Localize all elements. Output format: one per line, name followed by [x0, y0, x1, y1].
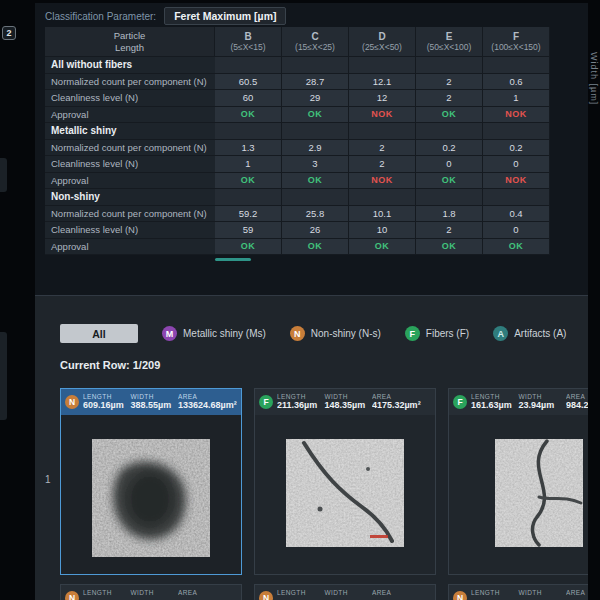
filter-label: Artifacts (A) — [514, 328, 566, 339]
stat-length: LENGTH211.36µm — [277, 393, 320, 411]
stat-area: AREA4175.32µm² — [372, 393, 431, 411]
artifacts-icon: A — [493, 326, 508, 341]
stat-area: AREA984.2µm² — [566, 393, 588, 411]
empty-cell — [416, 57, 483, 74]
table-value: 28.7 — [282, 74, 349, 91]
stat-length: LENGTH — [277, 589, 320, 600]
filter-label: Fibers (F) — [426, 328, 469, 339]
table-value: 29 — [282, 90, 349, 107]
table-value: 12 — [349, 90, 416, 107]
row-label: Normalized count per component (N) — [45, 74, 215, 91]
particle-type-icon: F — [259, 395, 273, 409]
approval-cell: NOK — [483, 173, 550, 190]
filter-fibers[interactable]: F Fibers (F) — [405, 326, 469, 341]
approval-cell: OK — [282, 173, 349, 190]
approval-cell: NOK — [349, 107, 416, 124]
approval-cell: NOK — [483, 107, 550, 124]
approval-cell: OK — [349, 239, 416, 256]
particle-card-row-partial: N LENGTH WIDTH AREA N LENGTH WIDTH AREA … — [60, 584, 588, 600]
gallery-row-number: 1 — [45, 474, 51, 485]
group-header-all-without-fibers: All without fibers — [45, 57, 215, 74]
empty-cell — [282, 189, 349, 206]
approval-cell: OK — [483, 239, 550, 256]
left-sidebar: 2 — [0, 0, 35, 600]
approval-cell: OK — [215, 239, 282, 256]
particle-card[interactable]: N LENGTH WIDTH AREA — [60, 584, 242, 600]
column-header-e: E(50≤X<100) — [416, 27, 483, 57]
table-value: 59.2 — [215, 206, 282, 223]
table-value: 0.6 — [483, 74, 550, 91]
particle-card-header: N LENGTH WIDTH AREA — [61, 585, 241, 600]
fibers-icon: F — [405, 326, 420, 341]
empty-cell — [349, 57, 416, 74]
row-label: Normalized count per component (N) — [45, 140, 215, 157]
empty-cell — [483, 57, 550, 74]
stat-width: WIDTH — [130, 589, 173, 600]
column-header-f: F(100≤X<150) — [483, 27, 550, 57]
column-header-b: B(5≤X<15) — [215, 27, 282, 57]
table-value: 2 — [349, 156, 416, 173]
table-horizontal-scrollbar[interactable] — [215, 258, 251, 261]
table-corner-header: Particle Length — [45, 27, 215, 57]
stat-width: WIDTH388.55µm — [130, 393, 173, 411]
particle-card[interactable]: N LENGTH609.16µm WIDTH388.55µm AREA13362… — [60, 388, 242, 575]
table-value: 12.1 — [349, 74, 416, 91]
filter-all[interactable]: All — [60, 324, 138, 343]
empty-cell — [416, 189, 483, 206]
table-value: 1 — [215, 156, 282, 173]
table-value: 2 — [349, 140, 416, 157]
column-header-d: D(25≤X<50) — [349, 27, 416, 57]
particle-card-row: N LENGTH609.16µm WIDTH388.55µm AREA13362… — [60, 388, 588, 575]
empty-cell — [416, 123, 483, 140]
particle-type-icon: F — [453, 395, 467, 409]
stat-width: WIDTH23.94µm — [518, 393, 561, 411]
table-value: 0 — [483, 156, 550, 173]
approval-cell: OK — [215, 173, 282, 190]
stat-length: LENGTH161.63µm — [471, 393, 514, 411]
stat-area: AREA — [372, 589, 431, 600]
table-value: 59 — [215, 222, 282, 239]
particle-card[interactable]: N LENGTH WIDTH AREA — [254, 584, 436, 600]
table-value: 2 — [416, 74, 483, 91]
row-label: Cleanliness level (N) — [45, 222, 215, 239]
sidebar-count-badge[interactable]: 2 — [2, 26, 16, 40]
particle-type-icon: N — [65, 395, 79, 409]
particle-gallery-panel: All M Metallic shiny (Ms) N Non-shiny (N… — [35, 295, 588, 600]
table-value: 10 — [349, 222, 416, 239]
row-label: Approval — [45, 107, 215, 124]
stat-width: WIDTH148.35µm — [324, 393, 367, 411]
table-value: 1.8 — [416, 206, 483, 223]
stat-area: AREA133624.68µm² — [178, 393, 237, 411]
empty-cell — [349, 189, 416, 206]
group-header-non-shiny: Non-shiny — [45, 189, 215, 206]
table-value: 0.2 — [416, 140, 483, 157]
particle-card[interactable]: N LENGTH WIDTH AREA — [448, 584, 588, 600]
empty-cell — [282, 57, 349, 74]
collapsed-panel-handle[interactable] — [0, 332, 7, 420]
table-value: 25.8 — [282, 206, 349, 223]
stat-area: AREA — [178, 589, 237, 600]
scale-annotation — [370, 535, 388, 538]
filter-artifacts[interactable]: A Artifacts (A) — [493, 326, 566, 341]
particle-image — [255, 415, 435, 547]
filter-non-shiny[interactable]: N Non-shiny (N-s) — [290, 326, 381, 341]
vertical-axis-label: Width [µm] — [589, 52, 599, 105]
filter-label: Metallic shiny (Ms) — [183, 328, 266, 339]
particle-card-header: N LENGTH WIDTH AREA — [449, 585, 588, 600]
table-value: 10.1 — [349, 206, 416, 223]
classification-bar: Classification Parameter: Feret Maximum … — [45, 6, 286, 26]
row-label: Cleanliness level (N) — [45, 90, 215, 107]
row-label: Cleanliness level (N) — [45, 156, 215, 173]
particle-card[interactable]: F LENGTH161.63µm WIDTH23.94µm AREA984.2µ… — [448, 388, 588, 575]
particle-card-header: F LENGTH211.36µm WIDTH148.35µm AREA4175.… — [255, 389, 435, 415]
classification-parameter-select[interactable]: Feret Maximum [µm] — [164, 7, 286, 25]
filter-metallic-shiny[interactable]: M Metallic shiny (Ms) — [162, 326, 266, 341]
stat-length: LENGTH609.16µm — [83, 393, 126, 411]
collapsed-panel-handle[interactable] — [0, 158, 7, 192]
particle-card-header: N LENGTH609.16µm WIDTH388.55µm AREA13362… — [61, 389, 241, 415]
table-value: 0 — [483, 222, 550, 239]
particle-card[interactable]: F LENGTH211.36µm WIDTH148.35µm AREA4175.… — [254, 388, 436, 575]
particle-micrograph — [92, 439, 210, 557]
current-row-label: Current Row: 1/209 — [60, 359, 160, 371]
approval-cell: OK — [416, 107, 483, 124]
